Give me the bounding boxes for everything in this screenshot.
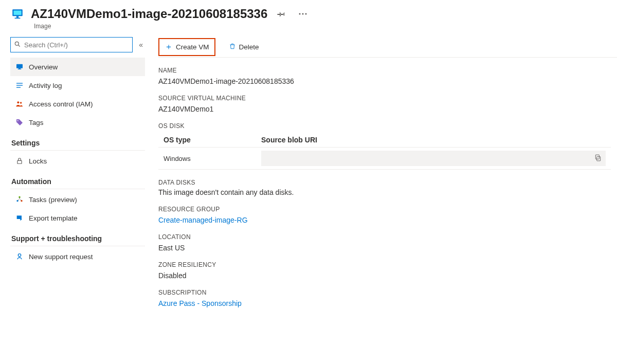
sidebar-item-activity-log[interactable]: Activity log xyxy=(10,76,145,95)
svg-rect-10 xyxy=(19,68,21,69)
resource-group-label: RESOURCE GROUP xyxy=(158,206,617,213)
svg-point-23 xyxy=(18,254,21,257)
data-disks-value: This image doesn't contain any data disk… xyxy=(158,188,617,196)
support-icon xyxy=(15,252,24,261)
svg-rect-3 xyxy=(15,18,21,19)
svg-rect-1 xyxy=(13,11,21,15)
sidebar-item-label: Tags xyxy=(29,119,44,126)
sidebar-item-label: Locks xyxy=(29,157,47,165)
source-vm-label: SOURCE VIRTUAL MACHINE xyxy=(158,95,617,102)
list-icon xyxy=(15,81,24,89)
source-vm-value: AZ140VMDemo1 xyxy=(158,105,617,113)
location-value: East US xyxy=(158,244,617,252)
table-row: Windows xyxy=(158,148,611,170)
sidebar-item-label: New support request xyxy=(29,253,93,261)
name-value: AZ140VMDemo1-image-20210608185336 xyxy=(158,77,617,85)
svg-point-6 xyxy=(305,13,307,15)
sidebar: « Overview Activity log Access control (… xyxy=(10,37,145,313)
delete-button[interactable]: Delete xyxy=(225,41,263,53)
divider xyxy=(10,246,145,246)
svg-rect-2 xyxy=(16,16,19,17)
sidebar-item-new-support-request[interactable]: New support request xyxy=(10,247,145,266)
search-box[interactable] xyxy=(10,37,133,52)
page-title: AZ140VMDemo1-image-20210608185336 xyxy=(31,7,267,21)
sidebar-item-label: Overview xyxy=(29,63,58,71)
button-label: Create VM xyxy=(176,43,209,51)
tasks-icon xyxy=(15,195,24,204)
os-disk-label: OS DISK xyxy=(158,122,617,130)
svg-point-19 xyxy=(19,196,20,198)
svg-rect-18 xyxy=(17,160,22,163)
sidebar-item-tasks[interactable]: Tasks (preview) xyxy=(10,190,145,209)
svg-line-8 xyxy=(19,45,20,46)
divider xyxy=(10,150,145,151)
more-button[interactable] xyxy=(295,6,311,22)
section-settings: Settings xyxy=(11,139,145,147)
export-icon xyxy=(15,214,24,222)
people-icon xyxy=(15,100,24,108)
zone-resiliency-value: Disabled xyxy=(158,271,617,280)
monitor-icon xyxy=(15,63,24,71)
pin-button[interactable] xyxy=(274,6,289,22)
copy-icon[interactable] xyxy=(594,154,602,163)
svg-rect-9 xyxy=(16,64,23,68)
sidebar-item-access-control[interactable]: Access control (IAM) xyxy=(10,95,145,113)
resource-group-link[interactable]: Create-managed-image-RG xyxy=(158,216,617,224)
svg-rect-24 xyxy=(597,156,601,160)
sidebar-item-label: Tasks (preview) xyxy=(29,196,77,204)
sidebar-item-label: Activity log xyxy=(29,82,62,89)
section-automation: Automation xyxy=(11,177,145,186)
os-type-value: Windows xyxy=(164,155,261,162)
source-blob-uri-value[interactable] xyxy=(261,151,606,166)
divider xyxy=(10,189,145,189)
svg-point-4 xyxy=(299,13,301,15)
svg-rect-25 xyxy=(595,155,599,159)
image-resource-icon xyxy=(10,7,25,21)
svg-rect-11 xyxy=(18,69,22,69)
svg-point-15 xyxy=(17,101,19,103)
sidebar-item-tags[interactable]: Tags xyxy=(10,113,145,132)
resource-type-label: Image xyxy=(34,23,617,30)
svg-point-7 xyxy=(15,42,19,45)
svg-point-5 xyxy=(302,13,304,15)
sidebar-item-overview[interactable]: Overview xyxy=(10,58,145,76)
location-label: LOCATION xyxy=(158,233,617,241)
collapse-sidebar-button[interactable]: « xyxy=(137,39,145,51)
lock-icon xyxy=(15,157,24,165)
col-os-type: OS type xyxy=(164,136,261,144)
sidebar-item-export-template[interactable]: Export template xyxy=(10,209,145,227)
col-source-blob-uri: Source blob URI xyxy=(261,136,606,144)
svg-point-17 xyxy=(17,120,19,121)
os-disk-table: OS type Source blob URI Windows xyxy=(158,133,611,170)
main-content: ＋ Create VM Delete NAME AZ140VMDemo1-ima… xyxy=(145,37,617,313)
section-support: Support + troubleshooting xyxy=(11,234,145,243)
sidebar-item-locks[interactable]: Locks xyxy=(10,152,145,170)
subscription-label: SUBSCRIPTION xyxy=(158,289,617,296)
svg-rect-14 xyxy=(16,87,21,87)
svg-rect-13 xyxy=(16,85,23,85)
create-vm-button[interactable]: ＋ Create VM xyxy=(158,38,215,56)
search-icon xyxy=(14,41,21,49)
subscription-link[interactable]: Azure Pass - Sponsorship xyxy=(158,299,617,307)
svg-rect-22 xyxy=(17,215,22,219)
sidebar-item-label: Access control (IAM) xyxy=(29,100,93,108)
data-disks-label: DATA DISKS xyxy=(158,179,617,186)
tag-icon xyxy=(15,118,24,126)
svg-point-16 xyxy=(20,102,22,103)
trash-icon xyxy=(229,43,236,51)
svg-rect-12 xyxy=(16,83,23,83)
plus-icon: ＋ xyxy=(165,42,173,52)
zone-resiliency-label: ZONE RESILIENCY xyxy=(158,261,617,268)
sidebar-item-label: Export template xyxy=(29,214,78,222)
search-input[interactable] xyxy=(21,41,129,49)
name-label: NAME xyxy=(158,67,617,74)
toolbar: ＋ Create VM Delete xyxy=(158,37,617,58)
button-label: Delete xyxy=(239,43,259,51)
